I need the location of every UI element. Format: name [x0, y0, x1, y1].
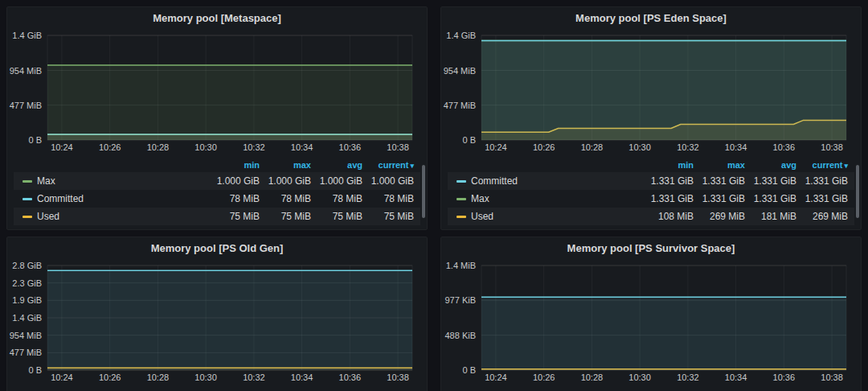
panel-memory-pool-ps-old-gen: Memory pool [PS Old Gen] 2.8 GiB2.3 GiB1… [6, 237, 428, 391]
panel-title[interactable]: Memory pool [PS Eden Space] [441, 7, 861, 29]
chart-svg[interactable]: 2.8 GiB2.3 GiB1.9 GiB1.4 GiB954 MiB477 M… [7, 259, 427, 386]
legend-stat-value: 1.331 GiB [745, 175, 796, 187]
legend-row-max: Max1.000 GiB1.000 GiB1.000 GiB1.000 GiB [14, 172, 420, 190]
chart-svg[interactable]: 1.4 MiB977 KiB488 KiB0 B10:2410:2610:281… [441, 259, 861, 386]
legend-stat-value: 75 MiB [208, 211, 260, 222]
x-tick-label: 10:26 [99, 372, 121, 382]
x-tick-label: 10:38 [387, 372, 409, 382]
chart-metaspace[interactable]: 1.4 GiB954 MiB477 MiB0 B10:2410:2610:281… [7, 29, 427, 156]
x-tick-label: 10:30 [628, 142, 651, 152]
legend-stat-value: 181 MiB [745, 211, 796, 222]
legend-header-row: minmaxavgcurrent▾ [448, 158, 854, 172]
chart-svg[interactable]: 1.4 GiB954 MiB477 MiB0 B10:2410:2610:281… [7, 29, 427, 156]
chart-ps-old-gen[interactable]: 2.8 GiB2.3 GiB1.9 GiB1.4 GiB954 MiB477 M… [7, 259, 427, 386]
legend-series-name[interactable]: Max [37, 175, 55, 187]
panel-title[interactable]: Memory pool [Metaspace] [7, 7, 427, 29]
panel-memory-pool-metaspace: Memory pool [Metaspace] 1.4 GiB954 MiB47… [6, 6, 428, 230]
y-tick-label: 1.9 GiB [12, 295, 42, 305]
y-tick-label: 0 B [462, 365, 476, 375]
y-tick-label: 0 B [462, 135, 476, 145]
series-color-swatch-icon [457, 198, 466, 200]
x-tick-label: 10:34 [725, 372, 747, 382]
panel-title[interactable]: Memory pool [PS Old Gen] [7, 237, 427, 259]
series-color-swatch-icon [23, 216, 32, 218]
series-area-committed [47, 270, 412, 370]
chart-svg[interactable]: 1.4 GiB954 MiB477 MiB0 B10:2410:2610:281… [441, 29, 861, 156]
legend-scrollbar-thumb[interactable] [856, 165, 859, 218]
x-tick-label: 10:36 [339, 372, 362, 382]
legend-row-used: Used108 MiB269 MiB181 MiB269 MiB [448, 208, 854, 225]
x-tick-label: 10:36 [773, 142, 796, 152]
y-tick-label: 488 KiB [444, 331, 476, 340]
legend-series-name[interactable]: Max [471, 193, 489, 204]
legend-series-name[interactable]: Used [471, 211, 493, 222]
legend-row-committed: Committed78 MiB78 MiB78 MiB78 MiB [14, 190, 420, 208]
x-tick-label: 10:24 [51, 372, 73, 382]
legend-sort-min[interactable]: min [208, 160, 260, 170]
legend-series-name[interactable]: Committed [37, 193, 84, 204]
x-tick-label: 10:30 [194, 372, 217, 382]
legend-stat-value: 108 MiB [642, 211, 694, 222]
legend-sort-current[interactable]: current▾ [796, 160, 848, 170]
x-tick-label: 10:30 [194, 142, 217, 152]
legend-stat-value: 78 MiB [362, 193, 414, 204]
legend-sort-min[interactable]: min [642, 160, 694, 170]
y-tick-label: 477 MiB [10, 348, 42, 357]
x-tick-label: 10:24 [51, 142, 73, 152]
y-tick-label: 0 B [28, 135, 42, 145]
legend-sort-max[interactable]: max [694, 160, 745, 170]
legend-stat-value: 1.000 GiB [362, 175, 414, 187]
legend-scrollbar-thumb[interactable] [422, 165, 425, 218]
y-tick-label: 954 MiB [10, 66, 42, 76]
legend-stat-value: 1.331 GiB [745, 193, 796, 204]
legend-stat-value: 1.000 GiB [260, 175, 311, 187]
series-color-swatch-icon [23, 198, 32, 200]
legend-sort-max[interactable]: max [260, 160, 311, 170]
legend-stat-value: 1.331 GiB [642, 193, 694, 204]
series-color-swatch-icon [23, 180, 32, 183]
legend-stat-value: 269 MiB [796, 211, 848, 222]
x-tick-label: 10:36 [339, 142, 362, 152]
legend-sort-avg[interactable]: avg [311, 160, 362, 170]
series-area-max [47, 65, 412, 140]
y-tick-label: 0 B [28, 365, 42, 375]
sort-caret-icon: ▾ [410, 162, 414, 170]
x-tick-label: 10:38 [821, 372, 843, 382]
y-tick-label: 1.4 GiB [12, 313, 42, 323]
x-tick-label: 10:32 [243, 142, 265, 152]
legend-table: minmaxavgcurrent▾Max1.000 GiB1.000 GiB1.… [14, 158, 420, 225]
x-tick-label: 10:34 [291, 372, 313, 382]
legend-series-toggle[interactable]: Committed [23, 193, 208, 204]
x-tick-label: 10:32 [243, 372, 265, 382]
legend-stat-value: 1.000 GiB [311, 175, 362, 187]
series-area-committed [481, 297, 846, 370]
x-tick-label: 10:28 [147, 142, 170, 152]
x-tick-label: 10:38 [821, 142, 843, 152]
legend-series-toggle[interactable]: Max [457, 193, 642, 204]
panel-title[interactable]: Memory pool [PS Survivor Space] [441, 237, 861, 259]
legend-sort-avg[interactable]: avg [745, 160, 796, 170]
legend-series-name[interactable]: Committed [471, 175, 518, 187]
y-tick-label: 1.4 GiB [446, 31, 476, 40]
y-tick-label: 954 MiB [444, 66, 476, 76]
legend-row-max: Max1.331 GiB1.331 GiB1.331 GiB1.331 GiB [448, 190, 854, 208]
legend-series-toggle[interactable]: Used [23, 211, 208, 222]
y-tick-label: 977 KiB [444, 295, 476, 305]
legend-row-used: Used75 MiB75 MiB75 MiB75 MiB [14, 208, 420, 225]
legend-series-toggle[interactable]: Committed [457, 175, 642, 187]
legend-series-toggle[interactable]: Max [23, 175, 208, 187]
legend-sort-current[interactable]: current▾ [362, 160, 414, 170]
x-tick-label: 10:32 [677, 372, 699, 382]
legend-series-name[interactable]: Used [37, 211, 59, 222]
legend-row-committed: Committed1.331 GiB1.331 GiB1.331 GiB1.33… [448, 172, 854, 190]
y-tick-label: 1.4 GiB [12, 31, 42, 40]
x-tick-label: 10:38 [387, 142, 409, 152]
x-tick-label: 10:36 [773, 372, 796, 382]
legend-stat-value: 75 MiB [260, 211, 311, 222]
legend-series-toggle[interactable]: Used [457, 211, 642, 222]
legend-stat-value: 1.331 GiB [694, 193, 745, 204]
x-tick-label: 10:32 [677, 142, 699, 152]
series-area-committed [481, 40, 846, 140]
chart-ps-survivor-space[interactable]: 1.4 MiB977 KiB488 KiB0 B10:2410:2610:281… [441, 259, 861, 386]
chart-ps-eden-space[interactable]: 1.4 GiB954 MiB477 MiB0 B10:2410:2610:281… [441, 29, 861, 156]
